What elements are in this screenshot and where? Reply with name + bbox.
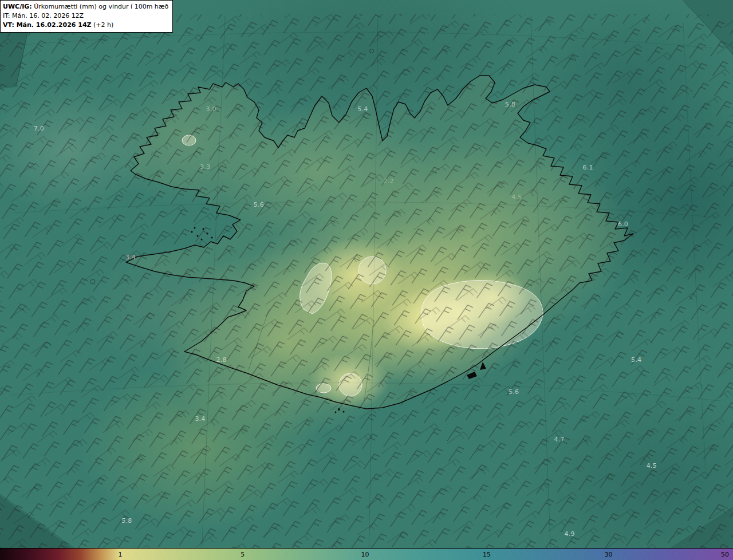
model-id: UWC/IG: [3, 3, 32, 10]
colorbar-tick: 10 [361, 551, 369, 558]
title-line: UWC/IG: Úrkomumætti (mm) og vindur í 100… [3, 2, 168, 11]
colorbar-tick: 15 [483, 551, 491, 558]
colorbar: 1510153050 [0, 548, 733, 560]
colorbar-tick: 1 [118, 551, 122, 558]
wind-barbs-layer [0, 14, 733, 548]
map-overlay [0, 0, 733, 560]
valid-time-line: VT: Mán. 16.02.2026 14Z (+2 h) [3, 21, 168, 30]
colorbar-tick: 5 [241, 551, 245, 558]
colorbar-tick: 30 [604, 551, 612, 558]
colorbar-tick: 50 [721, 551, 729, 558]
valid-time: VT: Mán. 16.02.2026 14Z [3, 21, 92, 29]
valid-offset: (+2 h) [92, 21, 114, 29]
map-title-box: UWC/IG: Úrkomumætti (mm) og vindur í 100… [0, 0, 173, 33]
weather-map-viewport: 7.03.05.45.83.36.15.64.56.03.42.22.85.45… [0, 0, 733, 560]
page-title: Úrkomumætti (mm) og vindur í 100m hæð [32, 3, 169, 10]
init-time: IT: Mán. 16. 02. 2026 12Z [3, 11, 168, 21]
